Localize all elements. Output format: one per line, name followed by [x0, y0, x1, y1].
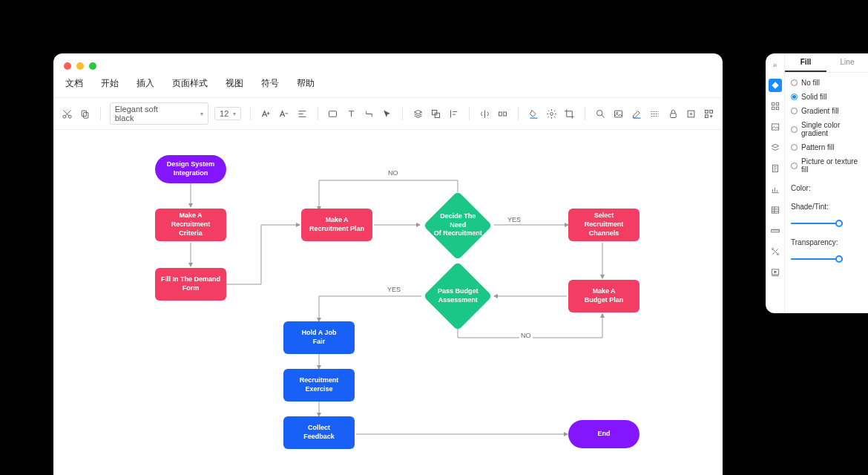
svg-rect-37 [772, 207, 778, 213]
rail-layers-icon[interactable] [769, 141, 782, 154]
rail-fill-icon[interactable] [769, 79, 782, 92]
svg-rect-19 [710, 110, 713, 113]
menu-page-style[interactable]: 页面样式 [172, 77, 208, 90]
rail-ruler-icon[interactable] [769, 224, 782, 238]
canvas[interactable]: NO YES YES NO Design System Integration … [53, 130, 723, 475]
maximize-icon[interactable] [89, 62, 96, 70]
align-left-icon[interactable] [448, 107, 460, 120]
node-feedback[interactable]: Collect Feedback [283, 416, 355, 449]
label-yes: YES [506, 216, 522, 223]
crop-icon[interactable] [564, 107, 576, 120]
svg-rect-7 [499, 112, 502, 116]
svg-point-1 [68, 115, 71, 118]
settings-icon[interactable] [545, 107, 557, 120]
image-icon[interactable] [613, 107, 625, 120]
menu-file[interactable]: 文档 [65, 77, 83, 90]
svg-rect-31 [772, 102, 775, 105]
pen-color-icon[interactable] [631, 107, 642, 120]
svg-rect-15 [670, 113, 676, 117]
svg-point-10 [550, 112, 553, 115]
rail-table-icon[interactable] [769, 203, 782, 217]
copy-icon[interactable] [79, 107, 91, 120]
fill-color-icon[interactable] [527, 107, 539, 120]
decrease-font-icon[interactable] [278, 107, 290, 120]
tab-fill[interactable]: Fill [785, 53, 826, 72]
svg-point-0 [63, 115, 66, 118]
slider-transparency[interactable] [791, 255, 843, 263]
font-size-select[interactable]: 12 ▾ [214, 107, 241, 120]
properties-panel: » Fill Line No fill Solid fill Gradient … [766, 53, 868, 313]
node-criteria[interactable]: Make A Recruitment Criteria [155, 209, 226, 241]
node-channels[interactable]: Select Recruitment Channels [568, 209, 640, 241]
panel-body: Fill Line No fill Solid fill Gradient fi… [785, 53, 868, 313]
rail-connector-icon[interactable] [769, 245, 782, 258]
rail-page-icon[interactable] [769, 162, 782, 175]
menubar: 文档 开始 插入 页面样式 视图 符号 帮助 [53, 74, 723, 97]
node-passbudget[interactable]: Pass Budget Assessment [433, 272, 482, 321]
node-budget[interactable]: Make A Budget Plan [568, 280, 640, 312]
lock-icon[interactable] [667, 107, 679, 120]
align-icon[interactable] [296, 107, 308, 120]
collapse-icon[interactable]: » [769, 58, 782, 71]
text-tool-icon[interactable] [345, 107, 357, 120]
label-no: NO [387, 169, 400, 177]
svg-rect-8 [504, 112, 507, 116]
tab-line[interactable]: Line [826, 53, 868, 72]
rail-play-icon[interactable] [769, 266, 782, 279]
svg-rect-32 [776, 102, 779, 105]
node-jobfair[interactable]: Hold A Job Fair [283, 321, 355, 354]
svg-rect-18 [706, 110, 708, 113]
radio-gradient-fill[interactable]: Gradient fill [791, 107, 862, 115]
line-style-icon[interactable] [648, 107, 660, 120]
menu-start[interactable]: 开始 [101, 77, 119, 90]
node-demand[interactable]: Fill In The Demand Form [155, 268, 226, 301]
menu-help[interactable]: 帮助 [297, 77, 315, 90]
flip-horizontal-icon[interactable] [479, 107, 490, 120]
node-exercise[interactable]: Recruitment Exercise [283, 369, 355, 402]
radio-single-gradient[interactable]: Single color gradient [791, 121, 862, 137]
group-icon[interactable] [430, 107, 441, 120]
increase-font-icon[interactable] [260, 107, 272, 120]
svg-rect-3 [84, 112, 88, 118]
svg-rect-12 [615, 111, 622, 117]
menu-insert[interactable]: 插入 [137, 77, 154, 90]
radio-solid-fill[interactable]: Solid fill [791, 93, 862, 101]
label-shade: Shade/Tint: [791, 203, 862, 211]
menu-view[interactable]: 视图 [226, 77, 243, 90]
pointer-tool-icon[interactable] [381, 107, 393, 120]
slider-shade[interactable] [791, 219, 843, 228]
svg-point-39 [772, 248, 773, 249]
radio-no-fill[interactable]: No fill [791, 79, 862, 87]
distribute-icon[interactable] [497, 107, 509, 120]
fill-options: No fill Solid fill Gradient fill Single … [785, 73, 868, 263]
svg-point-40 [777, 253, 778, 255]
node-plan[interactable]: Make A Recruitment Plan [301, 209, 372, 241]
svg-point-11 [596, 110, 602, 116]
rail-grid-icon[interactable] [769, 99, 782, 113]
svg-rect-16 [688, 111, 694, 117]
svg-rect-2 [82, 111, 86, 117]
panel-rail: » [766, 53, 785, 313]
rectangle-tool-icon[interactable] [326, 107, 338, 120]
svg-rect-34 [776, 107, 779, 110]
svg-rect-4 [329, 111, 337, 117]
rail-chart-icon[interactable] [769, 183, 782, 196]
radio-pattern-fill[interactable]: Pattern fill [791, 143, 862, 151]
cut-icon[interactable] [61, 107, 73, 120]
panel-tabs: Fill Line [785, 53, 868, 73]
svg-rect-5 [433, 110, 437, 114]
menu-symbol[interactable]: 符号 [261, 77, 279, 90]
fit-icon[interactable] [685, 107, 697, 120]
rail-image-icon[interactable] [769, 120, 782, 134]
font-select[interactable]: Elegant soft black ▾ [110, 102, 208, 125]
node-decide[interactable]: Decide The Need Of Recruitment [433, 201, 482, 250]
radio-picture-fill[interactable]: Picture or texture fill [791, 157, 862, 174]
search-icon[interactable] [594, 107, 606, 120]
node-start[interactable]: Design System Integration [155, 155, 226, 183]
layers-icon[interactable] [412, 107, 424, 120]
close-icon[interactable] [64, 62, 71, 70]
more-icon[interactable] [703, 107, 715, 120]
node-end[interactable]: End [568, 420, 640, 448]
connector-tool-icon[interactable] [363, 107, 375, 120]
minimize-icon[interactable] [76, 62, 84, 70]
